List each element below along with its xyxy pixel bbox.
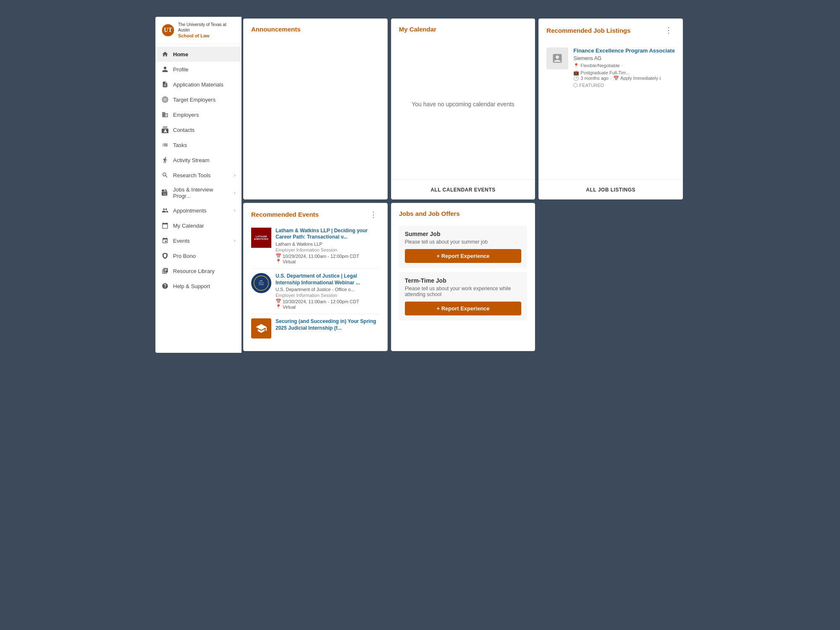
calendar-icon	[161, 222, 169, 229]
announcements-header: Announcements	[244, 19, 387, 37]
summer-job-report-button[interactable]: + Report Experience	[405, 249, 522, 263]
sidebar-item-label-my-calendar: My Calendar	[173, 223, 236, 229]
sidebar-item-help-support[interactable]: Help & Support	[155, 278, 242, 294]
probono-icon	[161, 252, 169, 260]
job-apply-meta: 📅 Apply Immediately ℹ	[613, 76, 661, 81]
sidebar-item-resource-library[interactable]: Resource Library	[155, 263, 242, 278]
help-icon	[161, 282, 169, 290]
latham-watkins-logo: LATHAM&WATKINS	[251, 228, 271, 248]
event-title-judicial[interactable]: Securing (and Succeeding in) Your Spring…	[276, 318, 380, 331]
jobs-interview-chevron: ›	[234, 190, 236, 196]
location-mini-icon-2: 📍	[276, 304, 281, 310]
job-listing-title[interactable]: Finance Excellence Program Associate	[573, 47, 675, 55]
announcements-title: Announcements	[251, 26, 301, 33]
svg-text:U.S.: U.S.	[260, 280, 263, 282]
sidebar-navigation: Home Profile Application Materials	[155, 44, 242, 353]
my-calendar-title: My Calendar	[399, 26, 436, 33]
research-tools-chevron: ›	[234, 172, 236, 178]
job-posted-meta: 🕐 3 months ago	[573, 76, 609, 81]
judicial-logo	[251, 318, 271, 339]
file-icon	[161, 81, 169, 88]
sidebar-item-target-employers[interactable]: Target Employers	[155, 92, 242, 107]
contacts-icon	[161, 126, 169, 134]
siemens-logo	[546, 47, 568, 69]
term-time-job-title: Term-Time Job	[405, 277, 522, 284]
event-item-latham: LATHAM&WATKINS Latham & Watkins LLP | De…	[251, 223, 380, 269]
sidebar-item-label-pro-bono: Pro Bono	[173, 253, 236, 259]
sidebar-item-contacts[interactable]: Contacts	[155, 122, 242, 137]
sidebar-logo: UT The University of Texas at Austin Sch…	[155, 17, 242, 44]
job-offers-title: Jobs and Job Offers	[399, 210, 460, 217]
research-icon	[161, 171, 169, 179]
activity-icon	[161, 156, 169, 164]
sidebar-item-label-jobs-interview: Jobs & Interview Progr...	[173, 186, 230, 199]
recommended-job-listings-card: Recommended Job Listings ⋮ Finance Excel…	[538, 18, 683, 200]
job-listing-details: Finance Excellence Program Associate Sie…	[573, 47, 675, 88]
sidebar-item-label-help-support: Help & Support	[173, 283, 236, 289]
svg-text:DEPT OF: DEPT OF	[259, 282, 264, 284]
event-title-latham[interactable]: Latham & Watkins LLP | Deciding your Car…	[276, 228, 380, 241]
sidebar-item-label-appointments: Appointments	[173, 207, 230, 214]
calendar-empty-message: You have no upcoming calendar events	[399, 41, 528, 167]
sidebar-item-profile[interactable]: Profile	[155, 62, 242, 77]
sidebar-item-appointments[interactable]: Appointments ›	[155, 203, 242, 218]
all-job-listings-link[interactable]: ALL JOB LISTINGS	[586, 187, 635, 193]
sidebar-item-label-events: Events	[173, 238, 230, 244]
tasks-icon	[161, 141, 169, 149]
svg-point-4	[165, 99, 166, 100]
bottom-right-empty	[538, 203, 683, 351]
my-calendar-card: My Calendar You have no upcoming calenda…	[391, 18, 536, 200]
job-listing-company: Siemens AG	[573, 55, 675, 61]
job-offers-header: Jobs and Job Offers	[391, 203, 535, 221]
term-time-job-description: Please tell us about your work experienc…	[405, 286, 522, 297]
location-mini-icon: 📍	[276, 259, 281, 264]
sidebar-item-label-research-tools: Research Tools	[173, 172, 230, 178]
info-icon: ℹ	[659, 76, 661, 81]
sidebar-item-employers[interactable]: Employers	[155, 107, 242, 122]
event-org-doj: U.S. Department of Justice - Office o...	[276, 287, 380, 292]
sidebar-item-application-materials[interactable]: Application Materials	[155, 77, 242, 92]
job-listings-more-options-button[interactable]: ⋮	[662, 26, 675, 35]
sidebar-item-home[interactable]: Home	[155, 47, 242, 62]
sidebar-item-events[interactable]: Events ›	[155, 233, 242, 248]
sidebar-item-label-target-employers: Target Employers	[173, 97, 236, 103]
my-calendar-footer: ALL CALENDAR EVENTS	[391, 179, 535, 199]
job-type-meta: 💼 Postgraduate Full-Tim...	[573, 70, 630, 76]
appointment-icon	[161, 207, 169, 214]
all-calendar-events-link[interactable]: ALL CALENDAR EVENTS	[430, 187, 496, 193]
events-list: LATHAM&WATKINS Latham & Watkins LLP | De…	[251, 223, 380, 343]
job-listings-footer: ALL JOB LISTINGS	[539, 179, 682, 199]
my-calendar-header: My Calendar	[391, 19, 535, 37]
sidebar-item-label-activity-stream: Activity Stream	[173, 157, 236, 163]
job-listing-meta-2: 🕐 3 months ago · 📅 Apply Immediately ℹ	[573, 76, 675, 81]
recommended-events-header: Recommended Events ⋮	[244, 203, 387, 223]
event-details-latham: Latham & Watkins LLP | Deciding your Car…	[276, 228, 380, 264]
sidebar-item-jobs-interview[interactable]: Jobs & Interview Progr... ›	[155, 183, 242, 203]
sidebar-item-activity-stream[interactable]: Activity Stream	[155, 152, 242, 168]
sidebar-item-label-employers: Employers	[173, 112, 236, 118]
ut-logo-icon: UT	[161, 24, 175, 37]
job-listing-item: Finance Excellence Program Associate Sie…	[546, 43, 675, 92]
sidebar-item-label-app-materials: Application Materials	[173, 81, 236, 88]
recommended-events-title: Recommended Events	[251, 211, 319, 218]
job-offers-body: Summer Job Please tell us about your sum…	[391, 221, 535, 351]
my-calendar-body: You have no upcoming calendar events	[391, 37, 535, 179]
events-body: LATHAM&WATKINS Latham & Watkins LLP | De…	[244, 223, 387, 351]
user-icon	[161, 66, 169, 73]
apply-icon: 📅	[613, 76, 619, 81]
events-more-options-button[interactable]: ⋮	[367, 210, 380, 219]
briefcase-icon: 💼	[573, 70, 579, 76]
job-location-meta: 📍 Flexible/Negotiable	[573, 63, 620, 68]
clock-icon: 🕐	[573, 76, 579, 81]
sidebar-item-label-home: Home	[173, 51, 236, 58]
event-title-doj[interactable]: U.S. Department of Justice | Legal Inter…	[276, 273, 380, 286]
sidebar-item-my-calendar[interactable]: My Calendar	[155, 218, 242, 233]
job-listings-title: Recommended Job Listings	[546, 27, 630, 34]
sidebar-item-pro-bono[interactable]: Pro Bono	[155, 248, 242, 263]
jobs-icon	[161, 189, 169, 197]
term-time-job-report-button[interactable]: + Report Experience	[405, 302, 522, 315]
sidebar-item-tasks[interactable]: Tasks	[155, 137, 242, 152]
event-details-judicial: Securing (and Succeeding in) Your Spring…	[276, 318, 380, 339]
sidebar-item-research-tools[interactable]: Research Tools ›	[155, 168, 242, 183]
event-location-latham: 📍 Virtual	[276, 259, 380, 264]
